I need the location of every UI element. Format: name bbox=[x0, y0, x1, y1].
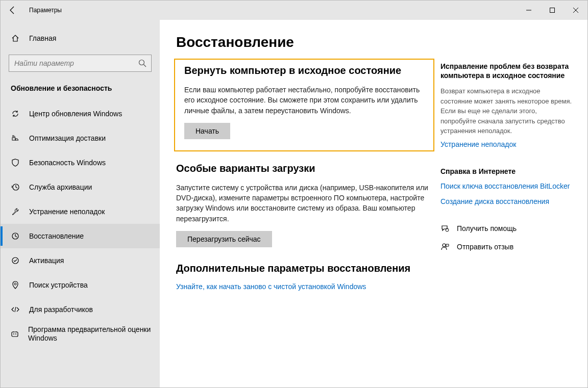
sidebar-home[interactable]: Главная bbox=[1, 28, 160, 48]
chat-icon bbox=[440, 224, 450, 233]
sidebar-item-find-device[interactable]: Поиск устройства bbox=[1, 273, 160, 297]
side-webhelp-section: Справка в Интернете Поиск ключа восстано… bbox=[440, 167, 573, 205]
reset-body: Если ваш компьютер работает нестабильно,… bbox=[184, 85, 424, 116]
sidebar-item-label: Безопасность Windows bbox=[29, 159, 106, 167]
bitlocker-link[interactable]: Поиск ключа восстановления BitLocker bbox=[440, 182, 573, 190]
search-input[interactable] bbox=[9, 55, 152, 72]
svg-point-14 bbox=[13, 333, 14, 334]
sidebar-item-developers[interactable]: Для разработчиков bbox=[1, 297, 160, 322]
minimize-icon bbox=[526, 8, 531, 13]
sync-icon bbox=[11, 109, 20, 118]
history-icon bbox=[11, 183, 20, 192]
sidebar-home-label: Главная bbox=[29, 34, 56, 42]
feedback-icon bbox=[440, 242, 450, 251]
reset-start-button[interactable]: Начать bbox=[184, 123, 230, 139]
fresh-start-link[interactable]: Узнайте, как начать заново с чистой уста… bbox=[176, 282, 434, 291]
content-main: Восстановление Вернуть компьютер в исход… bbox=[174, 34, 434, 387]
svg-rect-1 bbox=[550, 8, 555, 13]
more-heading: Дополнительные параметры восстановления bbox=[176, 263, 434, 274]
get-help-label: Получить помощь bbox=[457, 224, 517, 232]
maximize-icon bbox=[550, 8, 555, 13]
window-title: Параметры bbox=[25, 7, 517, 14]
sidebar-item-troubleshoot[interactable]: Устранение неполадок bbox=[1, 199, 160, 224]
sidebar-item-recovery[interactable]: Восстановление bbox=[1, 224, 160, 248]
restart-now-button[interactable]: Перезагрузить сейчас bbox=[176, 231, 272, 247]
recovery-drive-link[interactable]: Создание диска восстановления bbox=[440, 197, 573, 205]
insider-icon bbox=[11, 329, 19, 339]
sidebar-item-label: Служба архивации bbox=[29, 183, 92, 192]
startup-heading: Особые варианты загрузки bbox=[176, 163, 434, 174]
search-icon bbox=[138, 59, 146, 67]
close-icon bbox=[573, 8, 578, 13]
advanced-startup-section: Особые варианты загрузки Запустите систе… bbox=[174, 163, 434, 247]
svg-point-12 bbox=[14, 283, 16, 285]
svg-point-11 bbox=[12, 257, 18, 264]
give-feedback[interactable]: Отправить отзыв bbox=[440, 242, 573, 251]
sidebar: Главная Обновление и безопасность Центр … bbox=[1, 20, 160, 387]
arrow-left-icon bbox=[9, 6, 17, 14]
svg-point-19 bbox=[443, 244, 446, 247]
sidebar-item-label: Оптимизация доставки bbox=[29, 134, 106, 143]
sidebar-item-windows-security[interactable]: Безопасность Windows bbox=[1, 150, 160, 175]
maximize-button[interactable] bbox=[541, 1, 564, 20]
sidebar-item-label: Поиск устройства bbox=[29, 281, 88, 290]
content-side: Исправление проблем без возврата компьют… bbox=[440, 34, 573, 387]
get-help[interactable]: Получить помощь bbox=[440, 224, 573, 233]
check-circle-icon bbox=[11, 256, 20, 265]
side-support-section: Получить помощь Отправить отзыв bbox=[440, 224, 573, 251]
startup-body: Запустите систему с устройства или диска… bbox=[176, 183, 434, 224]
side-fix-body: Возврат компьютера в исходное состояние … bbox=[440, 86, 573, 136]
svg-line-5 bbox=[144, 65, 146, 67]
side-webhelp-heading: Справка в Интернете bbox=[440, 167, 573, 176]
sidebar-item-insider[interactable]: Программа предварительной оценки Windows bbox=[1, 322, 160, 346]
sidebar-item-delivery-optimization[interactable]: Оптимизация доставки bbox=[1, 126, 160, 150]
give-feedback-label: Отправить отзыв bbox=[457, 243, 513, 251]
sidebar-item-label: Для разработчиков bbox=[29, 305, 93, 314]
sidebar-item-label: Устранение неполадок bbox=[29, 208, 105, 216]
more-recovery-section: Дополнительные параметры восстановления … bbox=[174, 263, 434, 291]
sidebar-item-label: Восстановление bbox=[29, 232, 84, 241]
page-title: Восстановление bbox=[174, 34, 434, 50]
wrench-icon bbox=[11, 207, 20, 216]
svg-rect-13 bbox=[12, 332, 18, 337]
sidebar-item-windows-update[interactable]: Центр обновления Windows bbox=[1, 101, 160, 126]
sidebar-item-activation[interactable]: Активация bbox=[1, 248, 160, 273]
sidebar-item-label: Центр обновления Windows bbox=[29, 110, 122, 118]
svg-rect-6 bbox=[12, 138, 15, 140]
recovery-icon bbox=[11, 231, 20, 241]
sidebar-item-label: Активация bbox=[29, 256, 64, 265]
title-bar: Параметры bbox=[1, 1, 587, 20]
shield-icon bbox=[11, 158, 20, 167]
location-icon bbox=[11, 280, 20, 290]
sidebar-item-backup[interactable]: Служба архивации bbox=[1, 175, 160, 199]
troubleshoot-link[interactable]: Устранение неполадок bbox=[440, 140, 573, 148]
back-button[interactable] bbox=[1, 1, 25, 20]
minimize-button[interactable] bbox=[517, 1, 541, 20]
svg-point-15 bbox=[15, 333, 16, 334]
sidebar-category: Обновление и безопасность bbox=[1, 80, 160, 101]
svg-point-4 bbox=[139, 60, 144, 65]
home-icon bbox=[11, 34, 20, 42]
side-fix-heading: Исправление проблем без возврата компьют… bbox=[440, 62, 573, 80]
delivery-icon bbox=[11, 134, 20, 143]
close-button[interactable] bbox=[564, 1, 587, 20]
code-icon bbox=[11, 305, 20, 314]
side-fix-section: Исправление проблем без возврата компьют… bbox=[440, 62, 573, 148]
reset-pc-section: Вернуть компьютер в исходное состояние Е… bbox=[174, 59, 434, 151]
sidebar-item-label: Программа предварительной оценки Windows bbox=[28, 325, 160, 343]
reset-heading: Вернуть компьютер в исходное состояние bbox=[184, 65, 424, 76]
